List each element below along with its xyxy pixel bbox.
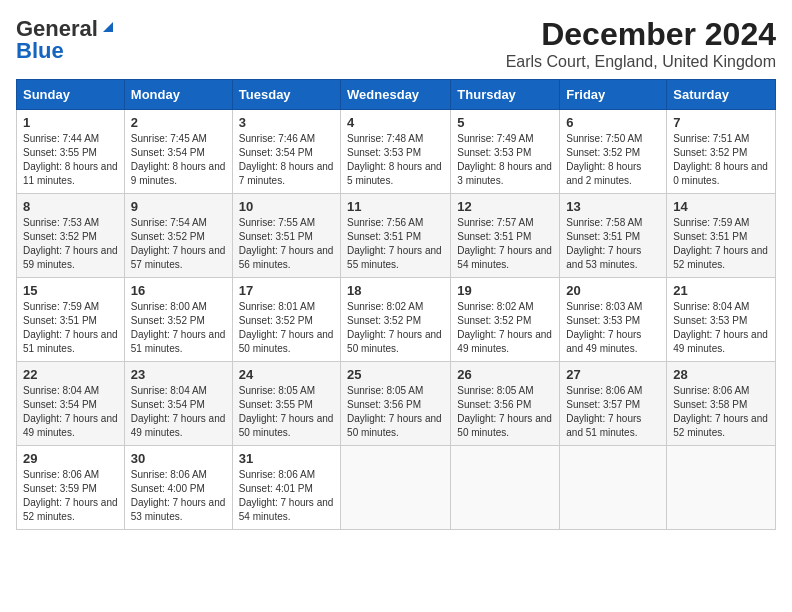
day-number: 9 [131,199,226,214]
svg-marker-0 [103,22,113,32]
day-number: 11 [347,199,444,214]
calendar-cell: 8 Sunrise: 7:53 AMSunset: 3:52 PMDayligh… [17,194,125,278]
header-wednesday: Wednesday [341,80,451,110]
day-detail: Sunrise: 8:06 AMSunset: 3:59 PMDaylight:… [23,469,118,522]
calendar-cell: 1 Sunrise: 7:44 AMSunset: 3:55 PMDayligh… [17,110,125,194]
header-friday: Friday [560,80,667,110]
header-saturday: Saturday [667,80,776,110]
calendar-cell: 6 Sunrise: 7:50 AMSunset: 3:52 PMDayligh… [560,110,667,194]
calendar-cell: 14 Sunrise: 7:59 AMSunset: 3:51 PMDaylig… [667,194,776,278]
calendar-cell: 12 Sunrise: 7:57 AMSunset: 3:51 PMDaylig… [451,194,560,278]
day-number: 14 [673,199,769,214]
calendar-cell: 28 Sunrise: 8:06 AMSunset: 3:58 PMDaylig… [667,362,776,446]
calendar-table: SundayMondayTuesdayWednesdayThursdayFrid… [16,79,776,530]
day-number: 7 [673,115,769,130]
day-detail: Sunrise: 8:04 AMSunset: 3:54 PMDaylight:… [23,385,118,438]
day-detail: Sunrise: 8:04 AMSunset: 3:53 PMDaylight:… [673,301,768,354]
day-detail: Sunrise: 8:00 AMSunset: 3:52 PMDaylight:… [131,301,226,354]
calendar-cell: 7 Sunrise: 7:51 AMSunset: 3:52 PMDayligh… [667,110,776,194]
day-detail: Sunrise: 8:02 AMSunset: 3:52 PMDaylight:… [457,301,552,354]
day-detail: Sunrise: 8:06 AMSunset: 3:57 PMDaylight:… [566,385,642,438]
page-title: December 2024 [506,16,776,53]
logo-arrow-icon [99,18,117,36]
calendar-cell: 27 Sunrise: 8:06 AMSunset: 3:57 PMDaylig… [560,362,667,446]
day-number: 25 [347,367,444,382]
day-detail: Sunrise: 7:45 AMSunset: 3:54 PMDaylight:… [131,133,226,186]
day-number: 20 [566,283,660,298]
day-number: 12 [457,199,553,214]
calendar-cell: 16 Sunrise: 8:00 AMSunset: 3:52 PMDaylig… [124,278,232,362]
day-number: 27 [566,367,660,382]
header-thursday: Thursday [451,80,560,110]
title-block: December 2024 Earls Court, England, Unit… [506,16,776,71]
day-number: 24 [239,367,334,382]
day-number: 29 [23,451,118,466]
day-detail: Sunrise: 7:50 AMSunset: 3:52 PMDaylight:… [566,133,642,186]
calendar-cell: 5 Sunrise: 7:49 AMSunset: 3:53 PMDayligh… [451,110,560,194]
calendar-week-1: 1 Sunrise: 7:44 AMSunset: 3:55 PMDayligh… [17,110,776,194]
calendar-cell: 4 Sunrise: 7:48 AMSunset: 3:53 PMDayligh… [341,110,451,194]
day-number: 6 [566,115,660,130]
day-detail: Sunrise: 7:57 AMSunset: 3:51 PMDaylight:… [457,217,552,270]
calendar-cell: 13 Sunrise: 7:58 AMSunset: 3:51 PMDaylig… [560,194,667,278]
day-detail: Sunrise: 7:59 AMSunset: 3:51 PMDaylight:… [673,217,768,270]
day-number: 10 [239,199,334,214]
calendar-cell: 21 Sunrise: 8:04 AMSunset: 3:53 PMDaylig… [667,278,776,362]
day-detail: Sunrise: 7:44 AMSunset: 3:55 PMDaylight:… [23,133,118,186]
day-detail: Sunrise: 7:58 AMSunset: 3:51 PMDaylight:… [566,217,642,270]
calendar-week-4: 22 Sunrise: 8:04 AMSunset: 3:54 PMDaylig… [17,362,776,446]
calendar-cell [560,446,667,530]
page-subtitle: Earls Court, England, United Kingdom [506,53,776,71]
calendar-cell [667,446,776,530]
day-detail: Sunrise: 8:05 AMSunset: 3:56 PMDaylight:… [347,385,442,438]
day-detail: Sunrise: 8:04 AMSunset: 3:54 PMDaylight:… [131,385,226,438]
calendar-cell [341,446,451,530]
calendar-week-2: 8 Sunrise: 7:53 AMSunset: 3:52 PMDayligh… [17,194,776,278]
calendar-cell: 25 Sunrise: 8:05 AMSunset: 3:56 PMDaylig… [341,362,451,446]
header-sunday: Sunday [17,80,125,110]
day-number: 23 [131,367,226,382]
day-number: 2 [131,115,226,130]
day-detail: Sunrise: 8:05 AMSunset: 3:55 PMDaylight:… [239,385,334,438]
calendar-week-5: 29 Sunrise: 8:06 AMSunset: 3:59 PMDaylig… [17,446,776,530]
header-monday: Monday [124,80,232,110]
day-number: 15 [23,283,118,298]
day-detail: Sunrise: 8:05 AMSunset: 3:56 PMDaylight:… [457,385,552,438]
day-detail: Sunrise: 8:02 AMSunset: 3:52 PMDaylight:… [347,301,442,354]
day-detail: Sunrise: 8:06 AMSunset: 4:00 PMDaylight:… [131,469,226,522]
day-number: 30 [131,451,226,466]
day-number: 22 [23,367,118,382]
calendar-cell: 26 Sunrise: 8:05 AMSunset: 3:56 PMDaylig… [451,362,560,446]
day-number: 4 [347,115,444,130]
day-number: 8 [23,199,118,214]
calendar-cell: 22 Sunrise: 8:04 AMSunset: 3:54 PMDaylig… [17,362,125,446]
calendar-cell: 15 Sunrise: 7:59 AMSunset: 3:51 PMDaylig… [17,278,125,362]
day-number: 5 [457,115,553,130]
day-detail: Sunrise: 7:49 AMSunset: 3:53 PMDaylight:… [457,133,552,186]
header-tuesday: Tuesday [232,80,340,110]
day-detail: Sunrise: 7:56 AMSunset: 3:51 PMDaylight:… [347,217,442,270]
day-detail: Sunrise: 8:03 AMSunset: 3:53 PMDaylight:… [566,301,642,354]
day-detail: Sunrise: 7:59 AMSunset: 3:51 PMDaylight:… [23,301,118,354]
day-number: 16 [131,283,226,298]
calendar-cell: 9 Sunrise: 7:54 AMSunset: 3:52 PMDayligh… [124,194,232,278]
day-detail: Sunrise: 8:06 AMSunset: 4:01 PMDaylight:… [239,469,334,522]
calendar-cell: 2 Sunrise: 7:45 AMSunset: 3:54 PMDayligh… [124,110,232,194]
day-number: 31 [239,451,334,466]
page-header: General Blue December 2024 Earls Court, … [16,16,776,71]
calendar-cell: 3 Sunrise: 7:46 AMSunset: 3:54 PMDayligh… [232,110,340,194]
calendar-week-3: 15 Sunrise: 7:59 AMSunset: 3:51 PMDaylig… [17,278,776,362]
day-detail: Sunrise: 7:54 AMSunset: 3:52 PMDaylight:… [131,217,226,270]
day-number: 17 [239,283,334,298]
calendar-cell: 17 Sunrise: 8:01 AMSunset: 3:52 PMDaylig… [232,278,340,362]
logo: General Blue [16,16,117,64]
calendar-cell: 20 Sunrise: 8:03 AMSunset: 3:53 PMDaylig… [560,278,667,362]
calendar-cell [451,446,560,530]
day-detail: Sunrise: 7:53 AMSunset: 3:52 PMDaylight:… [23,217,118,270]
day-detail: Sunrise: 7:51 AMSunset: 3:52 PMDaylight:… [673,133,768,186]
calendar-cell: 10 Sunrise: 7:55 AMSunset: 3:51 PMDaylig… [232,194,340,278]
calendar-cell: 31 Sunrise: 8:06 AMSunset: 4:01 PMDaylig… [232,446,340,530]
calendar-cell: 19 Sunrise: 8:02 AMSunset: 3:52 PMDaylig… [451,278,560,362]
day-detail: Sunrise: 8:01 AMSunset: 3:52 PMDaylight:… [239,301,334,354]
day-number: 21 [673,283,769,298]
